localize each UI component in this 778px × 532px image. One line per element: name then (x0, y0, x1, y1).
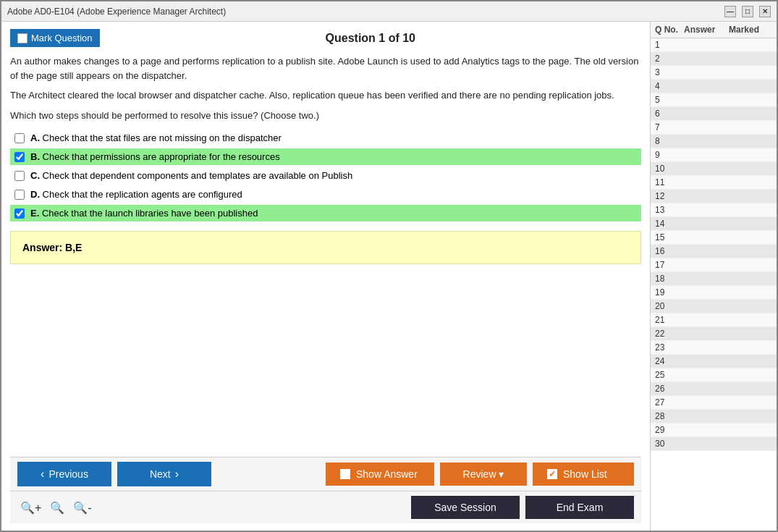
previous-label: Previous (48, 468, 88, 480)
option-d-row: D. Check that the replication agents are… (10, 186, 641, 203)
sidebar-row[interactable]: 28 (651, 410, 777, 423)
show-list-label: Show List (563, 468, 607, 480)
sidebar-row[interactable]: 7 (651, 121, 777, 135)
option-c-row: C. Check that dependent components and t… (10, 167, 641, 184)
option-d-label: D. Check that the replication agents are… (30, 189, 242, 200)
main-panel: Mark Question Question 1 of 10 An author… (1, 22, 650, 531)
sidebar-row[interactable]: 5 (651, 93, 777, 107)
answer-box: Answer: B,E (10, 231, 641, 264)
next-label: Next (150, 468, 171, 480)
zoom-out-button[interactable]: 🔍- (70, 499, 94, 516)
sidebar-row[interactable]: 1 (651, 38, 777, 52)
window-controls: — □ ✕ (724, 6, 771, 17)
top-bar: Mark Question Question 1 of 10 (10, 29, 641, 47)
sidebar-row[interactable]: 6 (651, 107, 777, 121)
sidebar-row[interactable]: 11 (651, 176, 777, 190)
sidebar-row[interactable]: 25 (651, 368, 777, 382)
sidebar-row[interactable]: 12 (651, 190, 777, 203)
question-sidebar: Q No. Answer Marked 12345678910111213141… (650, 22, 777, 531)
option-e-checkbox[interactable] (14, 208, 25, 219)
question-text-part1: An author makes changes to a page and pe… (10, 54, 641, 83)
option-c-label: C. Check that dependent components and t… (30, 170, 352, 181)
review-label: Review (463, 468, 496, 480)
sidebar-col-qno: Q No. (655, 25, 684, 35)
review-button[interactable]: Review ▾ (440, 463, 527, 486)
sidebar-row[interactable]: 16 (651, 245, 777, 258)
sidebar-row[interactable]: 14 (651, 217, 777, 231)
sidebar-row[interactable]: 23 (651, 341, 777, 355)
sidebar-row[interactable]: 3 (651, 66, 777, 80)
option-e-row: E. Check that the launch libraries have … (10, 205, 641, 221)
option-b-row: B. Check that permissions are appropriat… (10, 148, 641, 165)
option-a-row: A. Check that the stat files are not mis… (10, 130, 641, 146)
sidebar-col-answer: Answer (684, 25, 729, 35)
sidebar-row[interactable]: 10 (651, 162, 777, 176)
end-exam-label: End Exam (557, 502, 604, 513)
sidebar-row[interactable]: 2 (651, 52, 777, 66)
sidebar-row[interactable]: 21 (651, 313, 777, 327)
end-exam-button[interactable]: End Exam (525, 496, 634, 519)
previous-button[interactable]: ‹ Previous (17, 462, 111, 486)
options-area: A. Check that the stat files are not mis… (10, 130, 641, 224)
content-area: Mark Question Question 1 of 10 An author… (1, 22, 777, 531)
main-window: Adobe AD0-E104 (Adobe Experience Manager… (0, 0, 778, 532)
sidebar-row[interactable]: 24 (651, 355, 777, 368)
question-text-part2: The Architect cleared the local browser … (10, 88, 641, 103)
sidebar-col-marked: Marked (729, 25, 772, 35)
question-text-part3: Which two steps should be performed to r… (10, 109, 641, 123)
answer-text: Answer: B,E (22, 242, 82, 253)
title-bar: Adobe AD0-E104 (Adobe Experience Manager… (1, 1, 777, 22)
save-session-button[interactable]: Save Session (411, 496, 520, 519)
mark-question-label: Mark Question (31, 33, 93, 43)
maximize-button[interactable]: □ (742, 6, 753, 17)
bottom-bar-zoom: 🔍+ 🔍 🔍- Save Session End Exam (10, 491, 641, 523)
save-session-label: Save Session (434, 502, 496, 513)
option-d-checkbox[interactable] (14, 190, 25, 200)
sidebar-row[interactable]: 22 (651, 327, 777, 341)
sidebar-header: Q No. Answer Marked (651, 22, 777, 38)
bottom-bar-nav: ‹ Previous Next › Show Answer Review ▾ (10, 457, 641, 491)
sidebar-row[interactable]: 27 (651, 396, 777, 410)
sidebar-list: 1234567891011121314151617181920212223242… (651, 38, 777, 531)
window-title: Adobe AD0-E104 (Adobe Experience Manager… (7, 7, 226, 17)
zoom-normal-button[interactable]: 🔍 (47, 499, 67, 516)
sidebar-row[interactable]: 18 (651, 272, 777, 286)
sidebar-row[interactable]: 29 (651, 423, 777, 437)
option-b-label: B. Check that permissions are appropriat… (30, 151, 280, 162)
sidebar-row[interactable]: 9 (651, 148, 777, 162)
zoom-controls: 🔍+ 🔍 🔍- (17, 499, 95, 516)
sidebar-row[interactable]: 30 (651, 437, 777, 451)
mark-question-button[interactable]: Mark Question (10, 29, 100, 47)
show-answer-button[interactable]: Show Answer (326, 463, 434, 486)
sidebar-row[interactable]: 19 (651, 286, 777, 300)
show-answer-label: Show Answer (356, 468, 418, 480)
previous-arrow-icon: ‹ (41, 468, 44, 481)
show-list-checkbox-icon: ✓ (547, 469, 557, 479)
next-button[interactable]: Next › (117, 462, 211, 486)
sidebar-row[interactable]: 26 (651, 382, 777, 396)
sidebar-row[interactable]: 17 (651, 258, 777, 272)
sidebar-row[interactable]: 15 (651, 231, 777, 245)
question-title: Question 1 of 10 (100, 32, 641, 45)
sidebar-row[interactable]: 20 (651, 300, 777, 313)
sidebar-row[interactable]: 8 (651, 135, 777, 148)
close-button[interactable]: ✕ (759, 6, 771, 17)
sidebar-row[interactable]: 13 (651, 203, 777, 217)
option-a-checkbox[interactable] (14, 133, 25, 143)
option-c-checkbox[interactable] (14, 171, 25, 181)
mark-checkbox-icon (17, 33, 28, 43)
zoom-in-button[interactable]: 🔍+ (17, 499, 44, 516)
review-dropdown-icon: ▾ (499, 468, 504, 480)
option-e-label: E. Check that the launch libraries have … (30, 208, 258, 219)
sidebar-row[interactable]: 4 (651, 80, 777, 93)
show-list-button[interactable]: ✓ Show List (533, 463, 634, 486)
show-answer-checkbox-icon (340, 469, 350, 479)
option-a-label: A. Check that the stat files are not mis… (30, 132, 282, 143)
option-b-checkbox[interactable] (14, 152, 25, 162)
minimize-button[interactable]: — (724, 6, 736, 17)
next-arrow-icon: › (175, 468, 179, 481)
